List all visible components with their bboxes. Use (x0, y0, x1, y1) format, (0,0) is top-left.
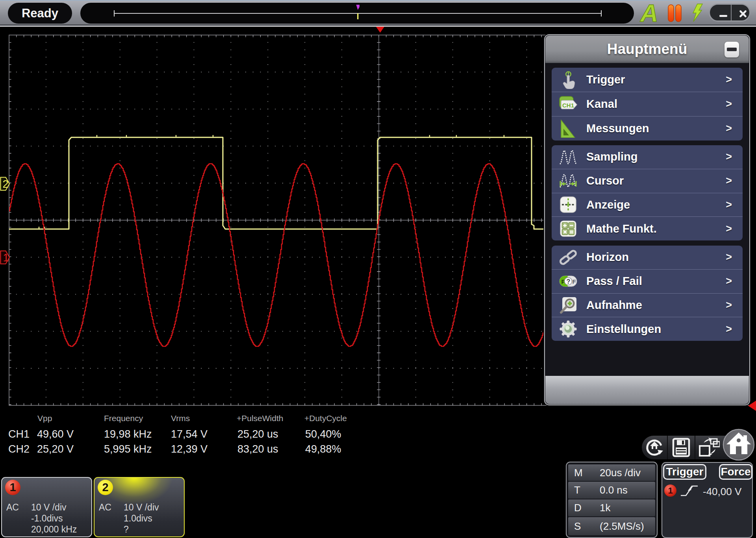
svg-text:1: 1 (3, 252, 9, 264)
svg-text:F: F (573, 278, 576, 285)
svg-text:CH1: CH1 (562, 102, 574, 109)
svg-text:2: 2 (3, 178, 9, 190)
svg-text:A: A (639, 0, 658, 24)
svg-text:?: ? (567, 278, 571, 285)
